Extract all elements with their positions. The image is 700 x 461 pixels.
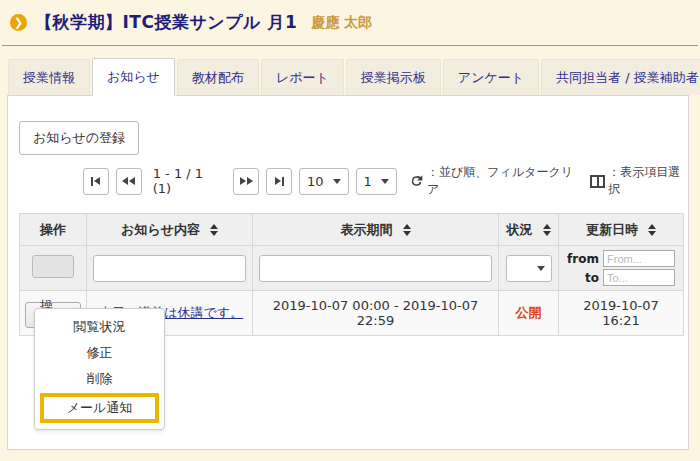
sort-filter-clear-label: ：並び順、フィルタークリア [427, 164, 578, 198]
tab-class-board[interactable]: 授業掲示板 [346, 59, 441, 95]
column-header-content: お知らせ内容 [87, 214, 253, 246]
menu-item-edit[interactable]: 修正 [35, 340, 164, 366]
tab-survey[interactable]: アンケート [443, 59, 539, 95]
updated-from-input[interactable] [603, 250, 675, 267]
sort-icon[interactable] [210, 224, 218, 236]
tab-announcements[interactable]: お知らせ [92, 58, 175, 96]
column-header-action: 操作 [20, 214, 87, 246]
status-filter-select[interactable] [506, 255, 552, 282]
row-cell-period: 2019-10-07 00:00 - 2019-10-07 22:59 [253, 291, 499, 336]
page-size-select[interactable]: 10 [299, 168, 349, 195]
row-cell-status: 公開 [499, 291, 559, 336]
columns-icon[interactable] [590, 175, 605, 188]
from-label: from [567, 252, 599, 266]
column-header-updated: 更新日時 [559, 214, 684, 246]
refresh-icon[interactable] [409, 173, 424, 189]
filter-cell-content [87, 246, 253, 291]
last-page-icon [275, 177, 281, 185]
chevron-right-icon: ❯ [10, 14, 27, 31]
status-badge: 公開 [516, 305, 542, 320]
tab-co-instructors[interactable]: 共同担当者 / 授業補助者 [541, 59, 700, 95]
sort-icon[interactable] [648, 224, 656, 236]
previous-page-icon [122, 177, 128, 185]
last-page-button[interactable] [266, 168, 292, 195]
filter-cell-period [253, 246, 499, 291]
chevron-down-icon [333, 179, 341, 184]
column-header-period: 表示期間 [253, 214, 499, 246]
pagination-bar: 1 - 1 / 1 (1) 10 1 ：並び順、フィルタークリア ：表示項目選択 [83, 164, 688, 198]
user-name: 慶應 太郎 [311, 14, 372, 32]
page-title: 【秋学期】ITC授業サンプル 月1 [35, 11, 297, 34]
previous-page-button[interactable] [116, 168, 142, 195]
sort-icon[interactable] [543, 224, 551, 236]
tab-reports[interactable]: レポート [261, 59, 344, 95]
updated-to-input[interactable] [603, 269, 675, 286]
action-dropdown-menu: 閲覧状況 修正 削除 メール通知 [34, 308, 165, 430]
first-page-button[interactable] [83, 168, 109, 195]
sort-icon[interactable] [403, 224, 411, 236]
tab-bar: 授業情報 お知らせ 教材配布 レポート 授業掲示板 アンケート 共同担当者 / … [0, 46, 700, 95]
menu-item-view-status[interactable]: 閲覧状況 [35, 314, 164, 340]
column-header-status: 状況 [499, 214, 559, 246]
first-page-icon [91, 177, 93, 186]
chevron-down-icon [381, 179, 389, 184]
page-info: 1 - 1 / 1 (1) [153, 166, 223, 196]
filter-cell-status [499, 246, 559, 291]
next-page-button[interactable] [233, 168, 259, 195]
sort-filter-clear-legend: ：並び順、フィルタークリア [409, 164, 578, 198]
chevron-down-icon [537, 266, 545, 271]
column-select-label: ：表示項目選択 [608, 164, 688, 198]
tab-materials[interactable]: 教材配布 [177, 59, 259, 95]
table-header-row: 操作 お知らせ内容 表示期間 状況 更新日時 [20, 214, 684, 246]
to-label: to [585, 271, 599, 285]
announcements-panel: お知らせの登録 1 - 1 / 1 (1) 10 1 ：並び順、フィルタークリア [7, 95, 689, 450]
menu-item-mail-notify[interactable]: メール通知 [40, 393, 159, 423]
period-filter-input[interactable] [259, 255, 492, 282]
action-filter-disabled [32, 255, 74, 278]
content-filter-input[interactable] [93, 255, 246, 282]
page-header: ❯ 【秋学期】ITC授業サンプル 月1 慶應 太郎 [0, 0, 700, 42]
filter-row: from to [20, 246, 684, 291]
filter-cell-action [20, 246, 87, 291]
column-select-legend: ：表示項目選択 [590, 164, 688, 198]
current-page-select[interactable]: 1 [356, 168, 397, 195]
next-page-icon [240, 177, 246, 185]
register-announcement-button[interactable]: お知らせの登録 [19, 121, 139, 155]
tab-course-info[interactable]: 授業情報 [8, 59, 90, 95]
menu-item-delete[interactable]: 削除 [35, 366, 164, 392]
row-cell-updated: 2019-10-07 16:21 [559, 291, 684, 336]
filter-cell-updated: from to [559, 246, 684, 291]
